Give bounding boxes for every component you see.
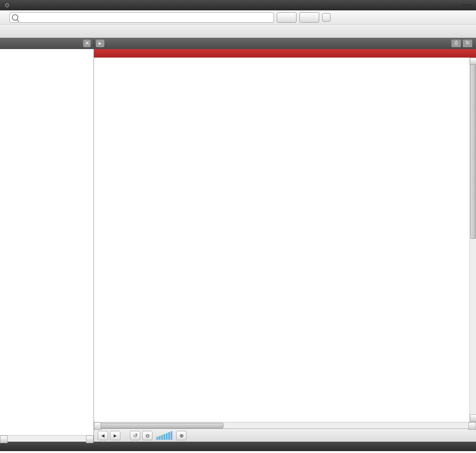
doc-header-right: ▸ ⎙ ↻: [94, 40, 476, 47]
sidebar-h-scrollbar[interactable]: [0, 435, 94, 442]
zoom-out-button[interactable]: ⊖: [142, 431, 153, 440]
search-button[interactable]: [277, 12, 297, 23]
zoom-toolbar: ◄ ► ↺ ⊖ ⊕: [94, 428, 476, 442]
tabs-row: [0, 25, 476, 38]
content-pane: ◄ ► ↺ ⊖ ⊕: [94, 49, 476, 442]
document-header: ✕ ▸ ⎙ ↻: [0, 38, 476, 49]
brand-logo: [5, 2, 10, 8]
nav-prev-button[interactable]: ◄: [98, 431, 108, 440]
diagram-breadcrumb: [94, 49, 476, 58]
wiring-diagram: [94, 58, 476, 422]
search-input[interactable]: [20, 15, 272, 20]
close-panel-button[interactable]: ✕: [83, 40, 91, 47]
sidebar: [0, 49, 94, 442]
diagram-v-scrollbar[interactable]: [469, 58, 476, 422]
tree-view[interactable]: [0, 49, 94, 435]
search-input-wrap: [9, 12, 274, 23]
search-bar: [0, 10, 476, 25]
help-button[interactable]: [462, 4, 471, 6]
nav-next-button[interactable]: ►: [110, 431, 120, 440]
yokogushi-button[interactable]: [299, 12, 319, 23]
main-area: ◄ ► ↺ ⊖ ⊕: [0, 49, 476, 442]
print-button[interactable]: ⎙: [451, 40, 461, 47]
toggle-sidebar-button[interactable]: ▸: [96, 40, 104, 47]
footer: [0, 442, 476, 451]
diagram-canvas[interactable]: [94, 58, 476, 422]
zoom-in-button[interactable]: ⊕: [176, 431, 187, 440]
doc-code-panel: ✕: [0, 40, 94, 47]
diagram-h-scrollbar[interactable]: [94, 422, 476, 428]
top-bar: [0, 0, 476, 10]
zoom-level-indicator[interactable]: [156, 431, 172, 440]
refresh-button[interactable]: ↻: [463, 40, 472, 47]
help-icon[interactable]: [322, 13, 331, 22]
reset-zoom-button[interactable]: ↺: [130, 431, 140, 440]
search-icon: [12, 14, 18, 21]
